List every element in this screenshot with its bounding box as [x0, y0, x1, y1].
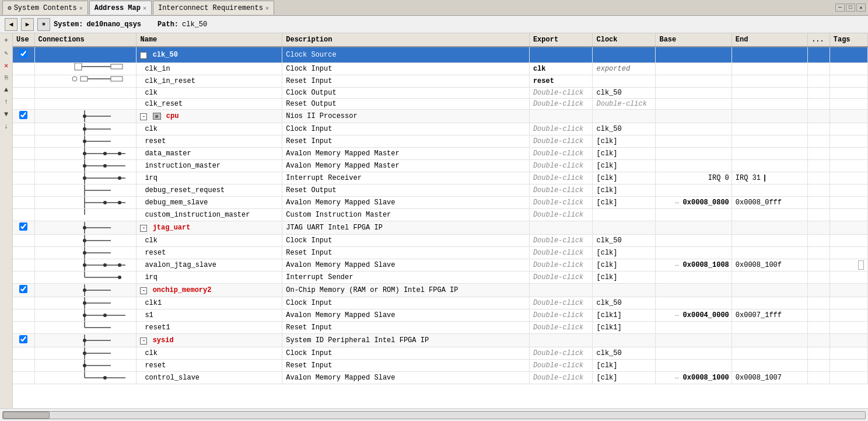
table-row[interactable]: clk_in_reset Reset Input reset	[13, 75, 868, 88]
table-row[interactable]: reset Reset Input Double-click [clk]	[13, 360, 868, 372]
table-container[interactable]: Use Connections Name Description Export …	[13, 33, 868, 408]
arrow-down-icon[interactable]: ↓	[1, 121, 12, 132]
tab-address-map-close[interactable]: ✕	[143, 5, 146, 12]
minimize-button[interactable]: ─	[835, 4, 845, 12]
table-row[interactable]: s1 Avalon Memory Mapped Slave Double-cli…	[13, 309, 868, 322]
table-row[interactable]: reset Reset Input Double-click [clk]	[13, 247, 868, 259]
export-cell	[529, 221, 593, 235]
export-dc[interactable]: Double-click	[533, 186, 583, 194]
export-dc[interactable]: Double-click	[533, 249, 583, 257]
toolbar-forward-btn[interactable]: ▶	[21, 18, 34, 31]
table-row[interactable]: reset Reset Input Double-click [clk]	[13, 135, 868, 148]
table-row[interactable]: clk_reset Reset Output Double-click Doub…	[13, 99, 868, 110]
scrollbar-thumb[interactable]	[3, 412, 50, 419]
desc-cell: Custom Instruction Master	[282, 209, 530, 221]
export-dc[interactable]: Double-click	[533, 349, 583, 357]
horizontal-scrollbar[interactable]	[2, 411, 866, 419]
table-row[interactable]: instruction_master Avalon Memory Mapped …	[13, 160, 868, 172]
table-row[interactable]: clk1 Clock Input Double-click clk_50	[13, 297, 868, 309]
use-checkbox[interactable]	[19, 335, 27, 343]
svg-point-52	[118, 276, 121, 279]
use-checkbox[interactable]	[19, 222, 27, 231]
use-checkbox-cell[interactable]	[13, 110, 34, 123]
use-checkbox[interactable]	[19, 50, 27, 58]
close-button[interactable]: ✕	[856, 4, 866, 12]
use-checkbox-cell[interactable]	[13, 284, 34, 297]
export-dc[interactable]: Double-click	[533, 323, 583, 332]
table-row[interactable]: control_slave Avalon Memory Mapped Slave…	[13, 372, 868, 384]
export-dc[interactable]: Double-click	[533, 361, 583, 370]
use-checkbox-cell[interactable]	[13, 47, 34, 63]
toolbar-back-btn[interactable]: ◀	[5, 18, 18, 31]
delete-icon[interactable]: ✕	[1, 60, 12, 71]
move-down-icon[interactable]: ▼	[1, 109, 12, 120]
export-dc[interactable]: Double-click	[533, 261, 583, 269]
export-dc[interactable]: Double-click	[533, 299, 583, 307]
table-row[interactable]: clk_in Clock Input clk exported	[13, 63, 868, 75]
export-dc[interactable]: Double-click	[533, 162, 583, 170]
move-up-icon[interactable]: ▲	[1, 85, 12, 95]
export-dc[interactable]: Double-click	[533, 137, 583, 145]
connections-cell	[34, 360, 136, 372]
table-row[interactable]: debug_mem_slave Avalon Memory Mapped Sla…	[13, 197, 868, 209]
connections-cell	[34, 272, 136, 284]
export-dc[interactable]: Double-click	[533, 374, 583, 382]
export-dc[interactable]: Double-click	[533, 273, 583, 281]
export-dc[interactable]: Double-click	[533, 211, 583, 219]
export-dc[interactable]: Double-click	[533, 100, 583, 108]
use-checkbox-cell[interactable]	[13, 221, 34, 235]
table-row[interactable]: clk Clock Output Double-click clk_50	[13, 88, 868, 99]
tab-system-contents-close[interactable]: ✕	[79, 5, 83, 12]
copy-icon[interactable]: ⎘	[1, 72, 12, 83]
clock-dc[interactable]: Double-click	[596, 100, 646, 108]
expand-icon[interactable]: -	[140, 338, 147, 345]
table-row[interactable]: data_master Avalon Memory Mapped Master …	[13, 148, 868, 160]
conn-wire	[35, 284, 128, 296]
table-row[interactable]: clk Clock Input Double-click clk_50	[13, 235, 868, 247]
table-row[interactable]: - clk_50 Clock Source	[13, 47, 868, 63]
export-dc[interactable]: Double-click	[533, 199, 583, 207]
use-checkbox[interactable]	[19, 285, 27, 293]
table-row[interactable]: clk Clock Input Double-click clk_50	[13, 347, 868, 360]
table-row[interactable]: custom_instruction_master Custom Instruc…	[13, 209, 868, 221]
export-dc[interactable]: Double-click	[533, 174, 583, 182]
desc-cell: Reset Input	[282, 75, 530, 88]
use-checkbox[interactable]	[19, 111, 27, 119]
export-dc[interactable]: Double-click	[533, 236, 583, 245]
use-cell	[13, 172, 34, 185]
dots-cell	[808, 284, 830, 297]
export-dc[interactable]: Double-click	[533, 311, 583, 319]
edit-icon[interactable]: ✎	[1, 48, 12, 58]
tab-system-contents[interactable]: ⚙ System Contents ✕	[2, 1, 88, 15]
table-row[interactable]: - onchip_memory2 On-Chip Memory (RAM or …	[13, 284, 868, 297]
table-row[interactable]: avalon_jtag_slave Avalon Memory Mapped S…	[13, 259, 868, 272]
table-row[interactable]: irq Interrupt Receiver Double-click [clk…	[13, 172, 868, 185]
export-dc[interactable]: Double-click	[533, 149, 583, 158]
expand-icon[interactable]: -	[140, 225, 147, 232]
expand-icon[interactable]: -	[140, 113, 147, 120]
table-row[interactable]: reset1 Reset Input Double-click [clk1]	[13, 322, 868, 334]
maximize-button[interactable]: □	[846, 4, 855, 12]
conn-wire	[35, 197, 128, 208]
dots-cell	[808, 259, 830, 272]
arrow-up-icon[interactable]: ↑	[1, 97, 12, 107]
connection-wire	[35, 49, 128, 61]
export-dc[interactable]: Double-click	[533, 125, 583, 133]
use-checkbox-cell[interactable]	[13, 334, 34, 347]
table-row[interactable]: - ⊞ cpu Nios II Processor	[13, 110, 868, 123]
table-row[interactable]: clk Clock Input Double-click clk_50	[13, 123, 868, 135]
clock-cell: [clk]	[593, 172, 656, 185]
add-icon[interactable]: +	[1, 36, 12, 46]
export-dc[interactable]: Double-click	[533, 89, 583, 97]
col-base: Base	[656, 33, 732, 47]
table-row[interactable]: - sysid System ID Peripheral Intel FPGA …	[13, 334, 868, 347]
table-row[interactable]: debug_reset_request Reset Output Double-…	[13, 185, 868, 197]
tab-interconnect-req-close[interactable]: ✕	[265, 5, 269, 12]
expand-icon[interactable]: -	[140, 52, 147, 59]
expand-icon[interactable]: -	[140, 287, 147, 294]
table-row[interactable]: irq Interrupt Sender Double-click [clk]	[13, 272, 868, 284]
tab-address-map[interactable]: Address Map ✕	[89, 1, 152, 15]
tab-interconnect-req[interactable]: Interconnect Requirements ✕	[153, 1, 274, 15]
scroll-mini[interactable]	[858, 260, 864, 270]
table-row[interactable]: - jtag_uart JTAG UART Intel FPGA IP	[13, 221, 868, 235]
